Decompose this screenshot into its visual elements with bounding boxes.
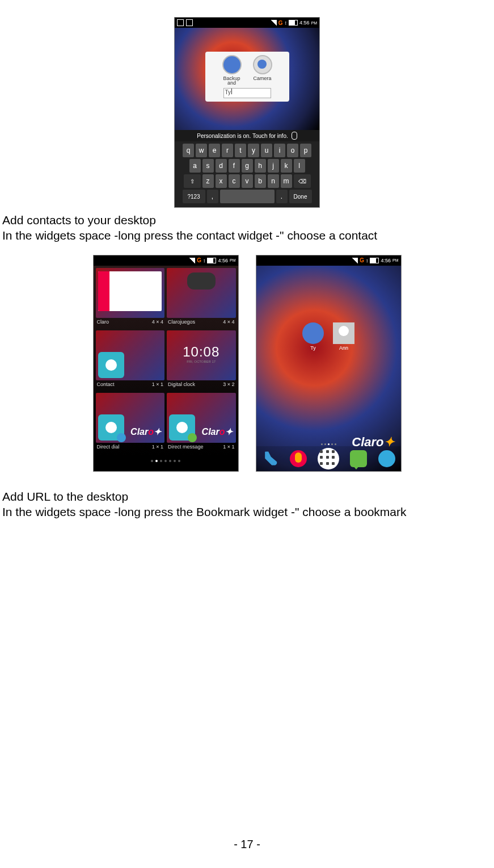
key-y[interactable]: y — [248, 144, 259, 157]
screenshot-widget-list: G ↕ 4:56 PM Claro4 × 4Clarojuegos4 × 4Co… — [93, 255, 239, 472]
contact-icon — [302, 322, 324, 344]
suggestion-backup[interactable]: Backup and — [222, 55, 242, 86]
key-l[interactable]: l — [294, 159, 305, 173]
key-u[interactable]: u — [261, 144, 272, 157]
screenshot-home: G ↕ 4:56 PM Ty Ann — [256, 255, 402, 472]
widget-contact[interactable]: Contact1 × 1 — [96, 330, 165, 391]
key-Done[interactable]: Done — [289, 190, 312, 203]
clock-ampm: PM — [230, 258, 236, 262]
widget-clarojuegos[interactable]: Clarojuegos4 × 4 — [167, 268, 236, 328]
widget-name: Direct dial — [97, 444, 120, 450]
network-label: G — [278, 20, 283, 26]
phone-icon[interactable] — [261, 450, 278, 467]
key- [interactable] — [220, 190, 275, 203]
shortcut-label: Ann — [339, 345, 348, 351]
widget-name: Direct message — [168, 444, 204, 450]
widget-direct-message[interactable]: Claro✦Direct message1 × 1 — [167, 393, 236, 453]
key-o[interactable]: o — [287, 144, 298, 157]
caption-body: In the widgets space -long press the Boo… — [0, 504, 494, 519]
wifi-icon — [189, 258, 195, 263]
widget-name: Contact — [97, 381, 115, 387]
widget-claro[interactable]: Claro4 × 4 — [96, 268, 165, 328]
page-indicator — [94, 455, 238, 467]
claro-app-icon[interactable] — [290, 450, 307, 467]
key-⇧[interactable]: ⇧ — [184, 174, 201, 188]
key-g[interactable]: g — [242, 159, 253, 173]
key-h[interactable]: h — [255, 159, 266, 173]
wifi-icon — [271, 20, 277, 26]
clock-time: 4:56 — [299, 20, 310, 26]
network-label: G — [197, 257, 201, 263]
key-z[interactable]: z — [202, 174, 214, 188]
widget-digital-clock[interactable]: 10:08FRI, OCTOBER 17Digital clock3 × 2 — [167, 330, 236, 391]
key-c[interactable]: c — [229, 174, 240, 188]
key-k[interactable]: k — [281, 159, 292, 173]
browser-icon[interactable] — [378, 450, 395, 467]
key-x[interactable]: x — [216, 174, 227, 188]
battery-icon — [289, 20, 298, 26]
widget-size: 1 × 1 — [152, 381, 163, 387]
key-.[interactable]: . — [276, 190, 288, 203]
data-arrows-icon: ↕ — [366, 258, 369, 263]
suggestion-label: Camera — [253, 76, 271, 81]
widget-size: 3 × 2 — [223, 381, 234, 387]
contact-shortcut[interactable]: Ann — [333, 322, 354, 351]
network-label: G — [360, 257, 364, 263]
clock-ampm: PM — [392, 258, 399, 262]
search-input[interactable]: Ty — [223, 88, 271, 98]
key-e[interactable]: e — [209, 144, 220, 157]
key-?123[interactable]: ?123 — [183, 190, 205, 203]
key-,[interactable]: , — [207, 190, 218, 203]
suggestion-popup: Backup and Camera Ty — [205, 52, 289, 102]
clock-time: 4:56 — [381, 258, 391, 263]
key-a[interactable]: a — [189, 159, 201, 173]
key-r[interactable]: r — [222, 144, 233, 157]
key-b[interactable]: b — [255, 174, 266, 188]
key-⌫[interactable]: ⌫ — [294, 174, 311, 188]
key-q[interactable]: q — [183, 144, 194, 157]
key-d[interactable]: d — [216, 159, 227, 173]
battery-icon — [207, 258, 216, 263]
key-i[interactable]: i — [274, 144, 285, 157]
notification-icon — [186, 19, 193, 26]
widget-name: Claro — [97, 319, 109, 325]
suggestion-camera[interactable]: Camera — [253, 55, 272, 86]
clock-time: 4:56 — [218, 258, 228, 263]
key-t[interactable]: t — [235, 144, 246, 157]
data-arrows-icon: ↕ — [203, 258, 206, 263]
contact-shortcut[interactable]: Ty — [302, 322, 324, 351]
key-p[interactable]: p — [300, 144, 311, 157]
ime-hint-text: Personalization is on. Touch for info. — [197, 133, 288, 139]
widget-size: 4 × 4 — [223, 319, 234, 325]
clock-ampm: PM — [311, 21, 318, 25]
battery-icon — [370, 258, 379, 263]
screenshot-keyboard: G ↕ 4:56 PM Backup and — [174, 17, 320, 208]
key-j[interactable]: j — [268, 159, 279, 173]
notification-icon — [177, 19, 184, 26]
widget-size: 1 × 1 — [152, 444, 163, 450]
page-number: - 17 - — [0, 838, 494, 851]
key-n[interactable]: n — [268, 174, 279, 188]
widget-direct-dial[interactable]: Claro✦Direct dial1 × 1 — [96, 393, 165, 453]
widget-name: Clarojuegos — [168, 319, 195, 325]
suggestion-label: and — [227, 80, 236, 86]
caption-heading: Add URL to the desktop — [0, 489, 494, 504]
key-w[interactable]: w — [196, 144, 207, 157]
key-m[interactable]: m — [281, 174, 292, 188]
wifi-icon — [352, 258, 358, 263]
caption-body: In the widgets space -long press the con… — [0, 228, 494, 243]
key-f[interactable]: f — [229, 159, 240, 173]
ime-hint-bar[interactable]: Personalization is on. Touch for info. — [175, 130, 319, 141]
widget-name: Digital clock — [168, 381, 195, 387]
messaging-icon[interactable] — [350, 450, 367, 467]
mic-icon[interactable] — [292, 132, 297, 140]
app-drawer-icon[interactable] — [318, 448, 339, 469]
status-bar: G ↕ 4:56 PM — [256, 255, 401, 266]
key-s[interactable]: s — [202, 159, 214, 173]
dock — [256, 446, 401, 471]
status-bar: G ↕ 4:56 PM — [175, 18, 319, 28]
key-v[interactable]: v — [242, 174, 253, 188]
widget-size: 4 × 4 — [152, 319, 163, 325]
page-indicator — [256, 443, 401, 445]
widget-size: 1 × 1 — [223, 444, 234, 450]
